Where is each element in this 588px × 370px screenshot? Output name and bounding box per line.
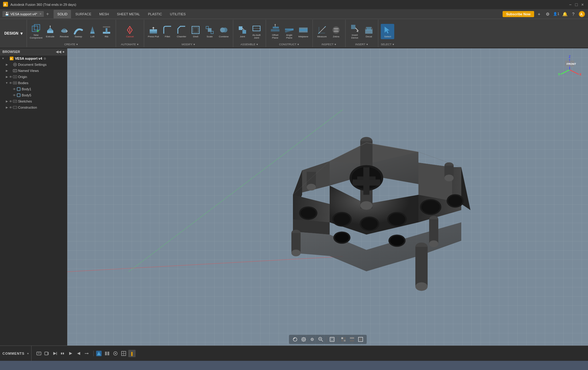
root-eye-icon[interactable]: [5, 56, 9, 61]
loft-button[interactable]: Loft: [86, 24, 99, 39]
fillet-button[interactable]: Fillet: [161, 24, 174, 39]
tab-utilities[interactable]: UTILITIES: [166, 10, 189, 18]
construct-btn3[interactable]: Midplane: [297, 24, 310, 39]
assemble-btn2[interactable]: As-builtJoint: [250, 22, 263, 41]
body5-eye[interactable]: 👁: [12, 93, 17, 97]
timeline-tool-3[interactable]: [51, 350, 58, 357]
browser-named-views[interactable]: ▶ Named Views: [0, 68, 67, 74]
minimize-button[interactable]: −: [568, 2, 573, 7]
origin-eye[interactable]: 👁: [9, 75, 13, 79]
automate-section-label[interactable]: AUTOMATE ▼: [121, 42, 139, 46]
user-count-icon[interactable]: 👤1: [552, 10, 560, 18]
insert-btn2[interactable]: Decal: [362, 24, 376, 39]
revolve-button[interactable]: Revolve: [58, 24, 71, 39]
browser-doc-settings[interactable]: ▶ Document Settings: [0, 62, 67, 68]
browser-origin[interactable]: ▶ 👁 Origin: [0, 74, 67, 80]
timeline-tool-1[interactable]: [35, 350, 43, 357]
timeline-tool-7[interactable]: [83, 350, 90, 357]
shell-button[interactable]: Shell: [189, 24, 202, 39]
zoom-button[interactable]: [317, 336, 324, 343]
insert-section-label[interactable]: INSERT ▼: [355, 42, 369, 46]
inspect-btn1[interactable]: Measure: [315, 24, 329, 39]
add-tab-button[interactable]: +: [535, 10, 543, 18]
look-button[interactable]: [309, 336, 316, 343]
automate-button[interactable]: Cancel: [123, 24, 137, 39]
comments-toggle-icon[interactable]: ●: [27, 352, 29, 355]
fit-view-button[interactable]: [328, 336, 336, 343]
construction-expand[interactable]: ▶: [5, 106, 9, 109]
body1-eye[interactable]: 👁: [12, 87, 17, 91]
tab-solid[interactable]: SOLID: [54, 10, 71, 18]
root-expand-icon[interactable]: ▼: [1, 57, 5, 60]
inspect-section-label[interactable]: INSPECT ▼: [322, 42, 337, 46]
tl-btn-11[interactable]: ▐: [128, 350, 136, 357]
design-dropdown[interactable]: DESIGN ▼: [1, 20, 27, 47]
timeline-marker[interactable]: [96, 351, 102, 356]
subscribe-button[interactable]: Subscribe Now: [503, 11, 534, 17]
root-settings-icon[interactable]: ⚙: [43, 57, 46, 60]
browser-bodies[interactable]: ▼ 👁 Bodies: [0, 80, 67, 86]
sketches-expand[interactable]: ▶: [5, 99, 9, 103]
press-pull-button[interactable]: Press Pull: [147, 24, 160, 39]
browser-collapse-icon[interactable]: ◀◀: [56, 50, 61, 54]
assemble-section-label[interactable]: ASSEMBLE ▼: [241, 42, 258, 46]
doc-settings-expand[interactable]: ▶: [5, 63, 9, 66]
combine-button[interactable]: Combine: [217, 24, 230, 39]
chamfer-button[interactable]: Chamfer: [175, 24, 188, 39]
browser-body5[interactable]: ▶ 👁 Body5: [0, 92, 67, 98]
tl-btn-9[interactable]: [112, 350, 119, 357]
help-icon[interactable]: ?: [570, 10, 577, 18]
create-section-label[interactable]: CREATE ▼: [64, 42, 78, 46]
settings-icon[interactable]: ⚙: [544, 10, 551, 18]
assemble-btn1[interactable]: Joint: [236, 24, 249, 39]
inspect-btn2[interactable]: Zebra: [329, 24, 343, 39]
scale-button[interactable]: Scale: [203, 24, 216, 39]
timeline-tool-4[interactable]: [59, 350, 66, 357]
bodies-expand[interactable]: ▼: [5, 81, 9, 85]
new-component-button[interactable]: NewComponent: [29, 22, 43, 41]
rib-button[interactable]: Rib: [100, 24, 113, 39]
construct-btn1[interactable]: OffsetPlane: [268, 22, 282, 41]
construct-btn2[interactable]: AnglePlane: [283, 22, 296, 41]
coordinate-cube[interactable]: X Y Z FRONT: [557, 54, 582, 79]
tab-plastic[interactable]: PLASTIC: [144, 10, 166, 18]
file-tab[interactable]: 💾 VESA support v4* ×: [2, 11, 44, 17]
named-views-expand[interactable]: ▶: [5, 69, 9, 73]
display-mode-button3[interactable]: [357, 336, 364, 343]
select-section-label[interactable]: SELECT ▼: [381, 42, 395, 46]
viewport[interactable]: X Y Z FRONT: [67, 48, 588, 346]
display-mode-button2[interactable]: [348, 336, 356, 343]
browser-options-icon[interactable]: ●: [62, 50, 65, 54]
new-tab-button[interactable]: +: [44, 11, 51, 17]
insert-btn1[interactable]: InsertDerive: [348, 22, 361, 41]
browser-body1[interactable]: ▶ 👁 Body1: [0, 86, 67, 92]
pan-button[interactable]: [300, 336, 307, 343]
timeline-tool-2[interactable]: [43, 350, 51, 357]
tab-mesh[interactable]: MESH: [96, 10, 113, 18]
modify-section-label[interactable]: MODIFY ▼: [182, 42, 196, 46]
construction-eye[interactable]: 👁: [9, 105, 13, 110]
close-button[interactable]: ×: [580, 2, 585, 7]
orbit-button[interactable]: [291, 336, 299, 343]
display-mode-button1[interactable]: [340, 336, 347, 343]
notification-icon[interactable]: 🔔: [561, 10, 568, 18]
user-avatar[interactable]: A: [578, 10, 586, 18]
extrude-button[interactable]: Extrude: [43, 24, 57, 39]
browser-root-item[interactable]: ▼ A VESA support v4 ⚙: [0, 55, 67, 62]
select-button[interactable]: Select: [381, 24, 394, 39]
maximize-button[interactable]: □: [574, 2, 579, 7]
browser-construction[interactable]: ▶ 👁 Construction: [0, 104, 67, 110]
sweep-button[interactable]: Sweep: [72, 24, 85, 39]
file-tab-close[interactable]: ×: [39, 12, 41, 16]
browser-sketches[interactable]: ▶ 👁 Sketches: [0, 98, 67, 104]
tab-sheet-metal[interactable]: SHEET METAL: [113, 10, 144, 18]
timeline-tool-6[interactable]: [75, 350, 82, 357]
tl-btn-8[interactable]: [103, 350, 111, 357]
construct-section-label[interactable]: CONSTRUCT ▼: [279, 42, 299, 46]
bodies-eye[interactable]: 👁: [9, 81, 13, 85]
origin-expand[interactable]: ▶: [5, 75, 9, 79]
tl-btn-10[interactable]: [120, 350, 127, 357]
timeline-tool-5[interactable]: [67, 350, 74, 357]
tab-surface[interactable]: SURFACE: [72, 10, 95, 18]
sketches-eye[interactable]: 👁: [9, 99, 13, 103]
